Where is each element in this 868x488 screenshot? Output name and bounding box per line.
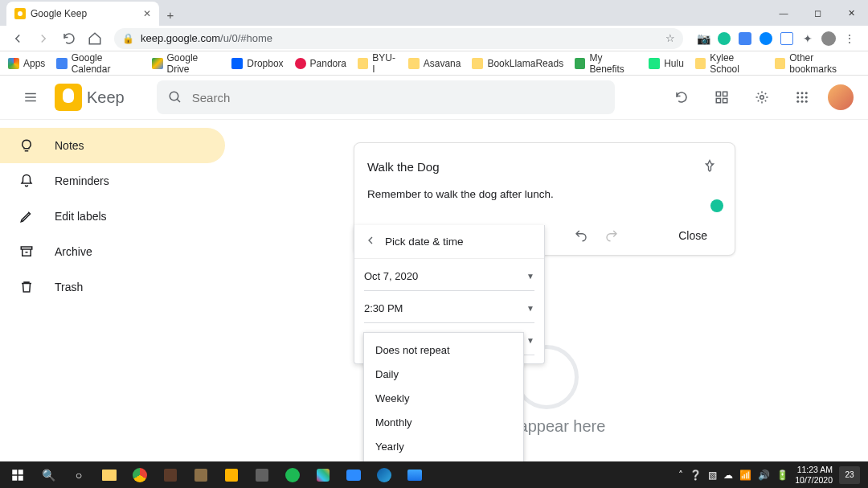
pin-button[interactable] <box>698 154 722 178</box>
close-icon[interactable]: ✕ <box>143 8 151 19</box>
forward-button[interactable] <box>32 27 55 50</box>
bookmark-asavana[interactable]: Asavana <box>408 58 461 69</box>
sidebar-item-trash[interactable]: Trash <box>0 269 225 305</box>
bookmark-byui[interactable]: BYU-I <box>358 52 397 75</box>
photos-icon[interactable] <box>400 463 429 487</box>
keep-logo[interactable]: Keep <box>55 84 125 111</box>
note-title[interactable]: Walk the Dog <box>367 160 698 174</box>
clock[interactable]: 11:23 AM 10/7/2020 <box>795 465 833 484</box>
spotify-icon[interactable] <box>278 463 307 487</box>
minimize-button[interactable]: ― <box>767 0 800 26</box>
back-arrow-icon[interactable] <box>364 234 377 249</box>
calendar-ext-icon[interactable] <box>780 31 794 46</box>
star-icon[interactable]: ☆ <box>665 32 675 44</box>
bookmark-hulu[interactable]: Hulu <box>649 58 684 69</box>
close-note-button[interactable]: Close <box>664 224 722 247</box>
onedrive-icon[interactable]: ☁ <box>723 470 733 481</box>
time-field[interactable]: 2:30 PM ▼ <box>364 294 534 323</box>
url-host: keep.google.com <box>141 32 220 44</box>
app-icon[interactable] <box>248 463 276 487</box>
sidebar-label: Archive <box>55 245 92 258</box>
svg-rect-23 <box>18 470 23 474</box>
zoom-icon[interactable] <box>339 463 368 487</box>
bookmark-apps[interactable]: Apps <box>8 58 45 69</box>
address-bar[interactable]: 🔒 keep.google.com/u/0/#home ☆ <box>114 28 683 49</box>
bookmark-drive[interactable]: Google Drive <box>152 52 220 75</box>
sidebar-item-notes[interactable]: Notes <box>0 128 225 163</box>
view-toggle-button[interactable] <box>707 83 736 112</box>
settings-button[interactable] <box>747 83 776 112</box>
app-icon[interactable] <box>217 463 246 487</box>
svg-point-6 <box>796 92 799 94</box>
back-button[interactable] <box>6 27 29 50</box>
extension-icon[interactable] <box>738 31 752 46</box>
pencil-icon <box>18 209 35 223</box>
reload-button[interactable] <box>58 27 80 50</box>
repeat-option-none[interactable]: Does not repeat <box>364 338 523 362</box>
chrome-icon[interactable] <box>125 463 154 487</box>
apps-button[interactable] <box>788 83 817 112</box>
maximize-button[interactable]: ◻ <box>800 0 834 26</box>
keep-header: Keep <box>0 76 868 120</box>
profile-icon[interactable] <box>821 31 836 46</box>
volume-icon[interactable]: 🔊 <box>758 470 770 481</box>
archive-icon <box>18 244 35 259</box>
refresh-button[interactable] <box>667 83 696 112</box>
svg-point-13 <box>801 100 804 103</box>
app-icon[interactable] <box>156 463 185 487</box>
extension-icons: 📷 ✦ ⋮ <box>691 31 862 46</box>
repeat-option-monthly[interactable]: Monthly <box>364 410 523 434</box>
puzzle-icon[interactable]: ✦ <box>800 31 815 46</box>
other-bookmarks[interactable]: Other bookmarks <box>775 52 860 75</box>
bookmark-dropbox[interactable]: Dropbox <box>231 58 283 69</box>
menu-dots-icon[interactable]: ⋮ <box>842 31 857 46</box>
tray-up-icon[interactable]: ˄ <box>678 470 683 481</box>
sidebar-label: Edit labels <box>55 210 107 223</box>
sidebar-item-reminders[interactable]: Reminders <box>0 163 225 199</box>
explorer-icon[interactable] <box>95 463 124 487</box>
search-box[interactable] <box>157 80 615 114</box>
new-tab-button[interactable]: + <box>159 3 182 26</box>
battery-icon[interactable]: 🔋 <box>776 470 788 481</box>
bookmark-kylee[interactable]: Kylee School <box>695 52 764 75</box>
avatar[interactable] <box>828 84 854 110</box>
grammarly-icon[interactable] <box>717 31 731 46</box>
repeat-option-daily[interactable]: Daily <box>364 362 523 386</box>
svg-rect-3 <box>716 99 720 103</box>
messenger-icon[interactable] <box>759 31 773 46</box>
repeat-option-yearly[interactable]: Yearly <box>364 434 523 458</box>
repeat-option-weekly[interactable]: Weekly <box>364 386 523 410</box>
bookmark-benefits[interactable]: My Benefits <box>575 52 637 75</box>
close-window-button[interactable]: ✕ <box>834 0 868 26</box>
start-button[interactable] <box>3 463 32 487</box>
tray-icon[interactable]: ▧ <box>708 470 717 481</box>
bookmark-pandora[interactable]: Pandora <box>295 58 346 69</box>
bookmark-bookllama[interactable]: BookLlamaReads <box>472 58 563 69</box>
wifi-icon[interactable]: 📶 <box>739 470 751 481</box>
search-input[interactable] <box>192 91 604 105</box>
main-menu-button[interactable] <box>14 81 47 113</box>
sidebar-item-archive[interactable]: Archive <box>0 234 225 269</box>
bookmark-calendar[interactable]: Google Calendar <box>56 52 141 75</box>
grammarly-badge[interactable] <box>710 199 723 212</box>
camera-icon[interactable]: 📷 <box>696 31 710 46</box>
help-icon[interactable]: ❔ <box>690 470 702 481</box>
undo-button[interactable] <box>567 223 596 248</box>
date-field[interactable]: Oct 7, 2020 ▼ <box>364 262 534 291</box>
slack-icon[interactable] <box>309 463 338 487</box>
bookmarks-bar: Apps Google Calendar Google Drive Dropbo… <box>0 51 868 76</box>
search-taskbar-icon[interactable]: 🔍 <box>34 463 63 487</box>
home-button[interactable] <box>84 27 106 50</box>
edge-icon[interactable] <box>370 463 399 487</box>
notification-button[interactable]: 23 <box>839 466 860 484</box>
sidebar-label: Reminders <box>55 174 109 187</box>
note-body[interactable]: Remember to walk the dog after lunch. <box>367 188 722 200</box>
browser-tab[interactable]: Google Keep ✕ <box>6 2 159 26</box>
svg-rect-1 <box>716 92 720 96</box>
cortana-icon[interactable]: ○ <box>64 463 93 487</box>
sidebar-item-edit-labels[interactable]: Edit labels <box>0 199 225 234</box>
redo-button[interactable] <box>597 223 626 248</box>
svg-point-8 <box>805 92 808 94</box>
sidebar-label: Trash <box>55 281 83 293</box>
app-icon[interactable] <box>186 463 215 487</box>
